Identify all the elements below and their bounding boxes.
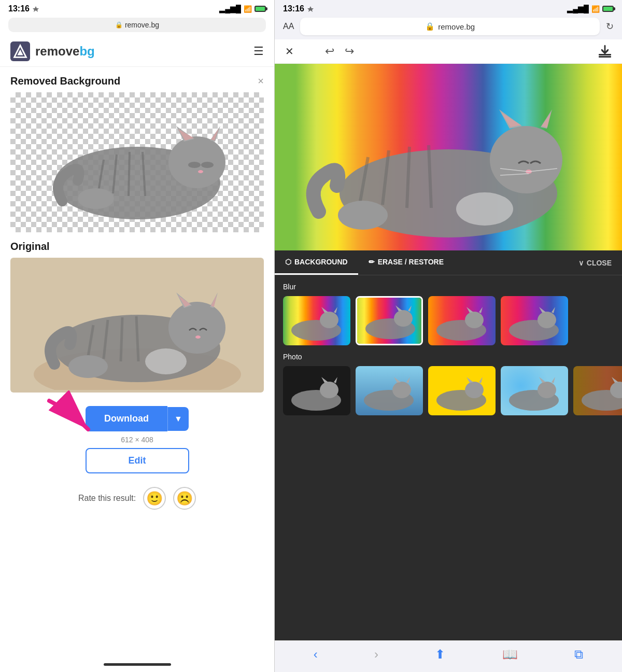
pencil-icon: ✏ [369, 258, 375, 266]
rainbow-background [275, 64, 622, 250]
blur-thumb-4[interactable] [501, 296, 568, 345]
svg-point-26 [195, 335, 201, 339]
arrow-indicator [18, 390, 101, 447]
logo-icon [10, 41, 30, 61]
svg-marker-77 [394, 377, 401, 383]
svg-marker-44 [542, 113, 551, 128]
blur-thumb-1[interactable] [283, 296, 350, 345]
battery-icon-right [602, 6, 614, 12]
close-button[interactable]: × [258, 75, 264, 87]
svg-marker-57 [321, 307, 328, 313]
svg-rect-36 [599, 56, 611, 58]
time-right: 13:16 [283, 4, 304, 13]
toolbar-close-button[interactable]: ✕ [285, 45, 294, 58]
undo-button[interactable]: ↩ [325, 45, 334, 58]
back-button[interactable]: ‹ [314, 647, 318, 662]
svg-marker-86 [552, 377, 555, 383]
forward-button: › [374, 647, 378, 662]
removed-bg-header: Removed Background × [10, 75, 264, 87]
svg-point-76 [392, 382, 411, 398]
erase-tab-label: ERASE / RESTORE [378, 258, 444, 266]
svg-marker-0 [33, 6, 39, 12]
blur-thumb-3[interactable] [428, 296, 496, 345]
logo-remove: remove [35, 44, 79, 58]
svg-marker-34 [307, 6, 314, 12]
svg-point-21 [168, 302, 225, 354]
hamburger-menu[interactable]: ☰ [253, 45, 264, 58]
lock-icon: 🔒 [115, 21, 123, 29]
thumbs-up-button[interactable]: 🙂 [143, 487, 166, 510]
svg-point-31 [68, 355, 108, 378]
svg-marker-69 [539, 307, 546, 313]
svg-point-17 [78, 188, 114, 209]
photo-thumb-4[interactable] [501, 366, 568, 415]
logo-text: removebg [35, 44, 95, 59]
close-panel-tab[interactable]: ∨ CLOSE [568, 251, 622, 274]
svg-point-84 [538, 382, 556, 398]
bookmarks-button[interactable]: 📖 [502, 647, 518, 662]
svg-point-40 [490, 126, 562, 193]
cat-removed-svg [36, 100, 238, 225]
layers-icon: ⬡ [285, 258, 291, 266]
photo-thumbnail-row [283, 366, 614, 415]
url-text-left: remove.bg [125, 21, 159, 29]
left-phone: 13:16 ▂▄▆█ 📶 🔒 remove.bg remove [0, 0, 275, 672]
download-icon-toolbar[interactable] [598, 45, 612, 58]
download-size-text: 612 × 408 [121, 436, 153, 444]
original-image [10, 258, 264, 393]
thumbs-down-button[interactable]: ☹️ [173, 487, 196, 510]
panel-content: Blur [275, 275, 622, 640]
battery-icon-left [255, 6, 266, 12]
url-bar-left[interactable]: 🔒 remove.bg [8, 18, 266, 32]
url-bar-right[interactable]: 🔒 remove.bg [300, 18, 600, 35]
preview-area [275, 64, 622, 250]
background-tab[interactable]: ⬡ BACKGROUND [275, 250, 358, 275]
rate-area: Rate this result: 🙂 ☹️ [10, 479, 264, 518]
svg-point-60 [394, 310, 413, 327]
svg-marker-62 [408, 305, 412, 312]
panel-tabs: ⬡ BACKGROUND ✏ ERASE / RESTORE ∨ CLOSE [275, 250, 622, 275]
browser-bottom: ‹ › ⬆ 📖 ⧉ [275, 640, 622, 672]
svg-point-80 [465, 382, 484, 398]
svg-marker-89 [612, 377, 618, 383]
original-title: Original [10, 241, 50, 253]
original-section: Original [10, 241, 264, 393]
svg-point-32 [145, 348, 187, 374]
svg-point-10 [188, 162, 201, 168]
right-phone: 13:16 ▂▄▆█ 📶 AA 🔒 remove.bg ↻ ✕ ↩ ↪ [275, 0, 622, 672]
svg-marker-85 [539, 377, 546, 383]
svg-marker-43 [501, 113, 521, 127]
photo-thumb-5[interactable] [573, 366, 622, 415]
status-bar-right: 13:16 ▂▄▆█ 📶 [275, 0, 622, 16]
logo-bg: bg [79, 44, 94, 58]
signal-icon: ▂▄▆█ [219, 5, 241, 13]
svg-marker-61 [395, 305, 402, 311]
status-icons-right: ▂▄▆█ 📶 [567, 5, 614, 13]
svg-point-72 [320, 382, 338, 398]
aa-button[interactable]: AA [283, 22, 294, 31]
share-button[interactable]: ⬆ [435, 647, 445, 662]
erase-restore-tab[interactable]: ✏ ERASE / RESTORE [358, 250, 454, 275]
background-tab-label: BACKGROUND [294, 258, 348, 266]
svg-point-11 [201, 162, 214, 168]
svg-marker-78 [406, 377, 410, 383]
blur-label: Blur [283, 283, 614, 291]
photo-thumb-1[interactable] [283, 366, 350, 415]
svg-marker-73 [321, 377, 328, 383]
photo-thumb-3[interactable] [428, 366, 496, 415]
photo-thumb-2[interactable] [356, 366, 423, 415]
home-indicator-left [0, 656, 274, 672]
download-dropdown-button[interactable]: ▼ [167, 407, 189, 431]
content-area-left: Removed Background × [0, 67, 274, 656]
edit-toolbar: ✕ ↩ ↪ [275, 39, 622, 64]
chevron-down-icon: ∨ [578, 259, 584, 267]
signal-icon-right: ▂▄▆█ [567, 5, 589, 13]
close-tab-label: CLOSE [587, 259, 612, 267]
redo-button[interactable]: ↪ [345, 45, 354, 58]
svg-marker-9 [211, 129, 219, 141]
tabs-button[interactable]: ⧉ [574, 647, 583, 662]
refresh-button[interactable]: ↻ [606, 21, 614, 32]
edit-button[interactable]: Edit [86, 448, 189, 473]
logo-area: removebg [10, 41, 95, 61]
blur-thumb-2[interactable] [356, 296, 423, 345]
